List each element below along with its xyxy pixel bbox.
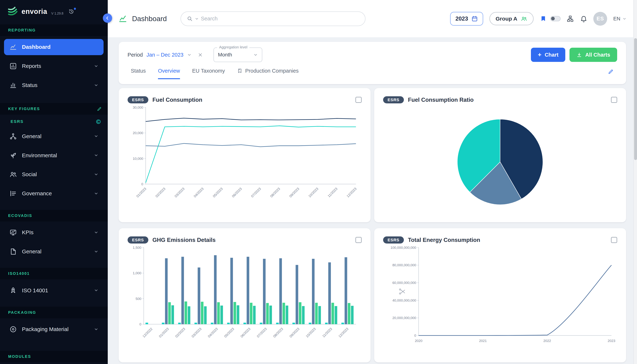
svg-text:100,000,000,000: 100,000,000,000 bbox=[390, 246, 416, 250]
tab-eu-taxonomy[interactable]: EU Taxonomy bbox=[192, 68, 225, 79]
dashboard-tabs: Status Overview EU Taxonomy Production C… bbox=[128, 68, 617, 84]
tab-production-companies[interactable]: Production Companies bbox=[237, 68, 299, 79]
sidebar-item-environmental[interactable]: Environmental bbox=[4, 147, 104, 164]
content-area: Period Jan – Dec 2023 Aggregation level … bbox=[108, 37, 637, 364]
period-value: Jan – Dec 2023 bbox=[146, 52, 184, 58]
subsection-esrs-label: ESRS bbox=[10, 119, 24, 124]
sidebar: envoria V 1.29.8 REPORTING Dashboard Rep… bbox=[0, 0, 108, 364]
calendar-icon bbox=[472, 16, 478, 22]
esrs-badge: ESRS bbox=[128, 96, 148, 104]
tab-label: EU Taxonomy bbox=[192, 68, 225, 74]
tab-status[interactable]: Status bbox=[131, 68, 146, 79]
svg-text:01/2023: 01/2023 bbox=[136, 187, 147, 198]
svg-text:06/2023: 06/2023 bbox=[231, 187, 242, 198]
card-checkbox[interactable] bbox=[356, 97, 362, 103]
chart-card-total-energy: ESRS Total Energy Consumption 020,000,00… bbox=[374, 228, 626, 362]
add-chart-button[interactable]: + Chart bbox=[531, 48, 565, 62]
rocket-icon bbox=[9, 286, 17, 294]
language-selector[interactable]: EN bbox=[613, 16, 626, 22]
search-input[interactable] bbox=[201, 16, 360, 22]
esrs-target-icon[interactable] bbox=[96, 119, 101, 124]
svg-text:10/2023: 10/2023 bbox=[305, 327, 316, 338]
sidebar-item-packaging-material[interactable]: Packaging Material bbox=[4, 321, 104, 338]
vertical-scrollbar[interactable] bbox=[633, 0, 637, 364]
document-icon bbox=[9, 248, 17, 255]
year-value: 2023 bbox=[455, 16, 468, 22]
plus-icon: + bbox=[538, 51, 542, 58]
sidebar-item-label: Reports bbox=[22, 63, 41, 69]
edit-tabs-icon[interactable] bbox=[608, 68, 614, 75]
sidebar-item-reports[interactable]: Reports bbox=[4, 58, 104, 74]
section-reporting: REPORTING bbox=[0, 24, 108, 36]
svg-text:09/2023: 09/2023 bbox=[288, 187, 300, 198]
card-checkbox[interactable] bbox=[611, 237, 617, 243]
chart-actions: + Chart All Charts bbox=[531, 48, 617, 62]
svg-text:07/2023: 07/2023 bbox=[256, 327, 268, 338]
aggregation-level-select[interactable]: Aggregation level Month bbox=[214, 48, 262, 62]
section-packaging: PACKAGING bbox=[0, 307, 108, 318]
svg-text:2020: 2020 bbox=[415, 339, 422, 343]
all-charts-button[interactable]: All Charts bbox=[570, 48, 617, 62]
list-icon bbox=[9, 190, 17, 197]
bell-icon[interactable] bbox=[580, 15, 587, 22]
edit-key-figures-icon[interactable] bbox=[97, 106, 102, 112]
svg-text:30,000: 30,000 bbox=[133, 106, 143, 110]
sidebar-item-status[interactable]: Status bbox=[4, 77, 104, 93]
avatar[interactable]: ES bbox=[593, 12, 607, 26]
chevron-down-icon bbox=[94, 172, 98, 177]
hierarchy-icon[interactable] bbox=[566, 15, 574, 22]
sidebar-item-label: Status bbox=[22, 82, 38, 88]
search-scope-chevron-icon[interactable] bbox=[195, 17, 199, 21]
svg-text:12/2022: 12/2022 bbox=[142, 327, 153, 338]
svg-text:12/2023: 12/2023 bbox=[338, 327, 349, 338]
sidebar-item-dashboard[interactable]: Dashboard bbox=[4, 39, 104, 55]
svg-text:20,000: 20,000 bbox=[133, 131, 143, 135]
plant-icon bbox=[9, 152, 17, 159]
chevron-down-icon bbox=[622, 17, 626, 21]
chart-card-fuel-consumption: ESRS Fuel Consumption 010,00020,00030,00… bbox=[119, 88, 370, 222]
chevron-down-icon bbox=[253, 52, 258, 57]
download-icon bbox=[576, 52, 582, 58]
bookmark-icon[interactable] bbox=[540, 15, 547, 22]
subsection-esrs: ESRS bbox=[0, 115, 108, 125]
group-selector-button[interactable]: Group A bbox=[490, 12, 534, 26]
sidebar-item-general-esrs[interactable]: General bbox=[4, 128, 104, 144]
svg-text:01/2023: 01/2023 bbox=[158, 327, 170, 338]
section-modules: MODULES bbox=[0, 351, 108, 362]
esrs-badge: ESRS bbox=[128, 236, 148, 244]
group-value: Group A bbox=[496, 16, 517, 22]
period-filter[interactable]: Period Jan – Dec 2023 bbox=[128, 52, 203, 58]
sidebar-item-kpis[interactable]: KPIs bbox=[4, 224, 104, 240]
history-icon[interactable] bbox=[68, 8, 74, 14]
year-selector-button[interactable]: 2023 bbox=[450, 12, 484, 26]
sidebar-item-general-ecovadis[interactable]: General bbox=[4, 243, 104, 260]
card-title: GHG Emissions Details bbox=[152, 237, 216, 243]
sidebar-item-social[interactable]: Social bbox=[4, 166, 104, 182]
card-header: ESRS Fuel Consumption Ratio bbox=[383, 96, 617, 104]
chevron-down-icon[interactable] bbox=[187, 52, 192, 57]
topbar-right-cluster: 2023 Group A ES EN bbox=[450, 12, 626, 26]
chevron-down-icon bbox=[94, 288, 98, 293]
svg-text:04/2023: 04/2023 bbox=[207, 327, 218, 338]
tab-overview[interactable]: Overview bbox=[158, 68, 180, 79]
chart-card-ghg-emissions: ESRS GHG Emissions Details 05001,0001,50… bbox=[119, 228, 370, 362]
filter-card: Period Jan – Dec 2023 Aggregation level … bbox=[119, 42, 626, 84]
esrs-badge: ESRS bbox=[383, 96, 404, 104]
sidebar-item-label: Governance bbox=[22, 190, 52, 196]
sidebar-item-governance[interactable]: Governance bbox=[4, 186, 104, 202]
svg-text:1,000: 1,000 bbox=[133, 271, 141, 275]
search-box[interactable] bbox=[180, 12, 366, 26]
card-checkbox[interactable] bbox=[356, 237, 362, 243]
app-window: envoria V 1.29.8 REPORTING Dashboard Rep… bbox=[0, 0, 637, 364]
notification-dot bbox=[74, 8, 76, 10]
scrollbar-thumb[interactable] bbox=[634, 38, 637, 160]
clear-period-icon[interactable] bbox=[198, 52, 203, 58]
card-checkbox[interactable] bbox=[611, 97, 617, 103]
all-charts-label: All Charts bbox=[585, 52, 610, 58]
bookmark-toggle[interactable] bbox=[550, 16, 560, 21]
sidebar-item-iso14001[interactable]: ISO 14001 bbox=[4, 282, 104, 298]
dashboard-title-icon bbox=[118, 14, 127, 23]
section-key-figures: KEY FIGURES bbox=[0, 103, 97, 115]
sidebar-collapse-button[interactable] bbox=[103, 14, 112, 23]
sidebar-item-label: General bbox=[22, 248, 42, 254]
